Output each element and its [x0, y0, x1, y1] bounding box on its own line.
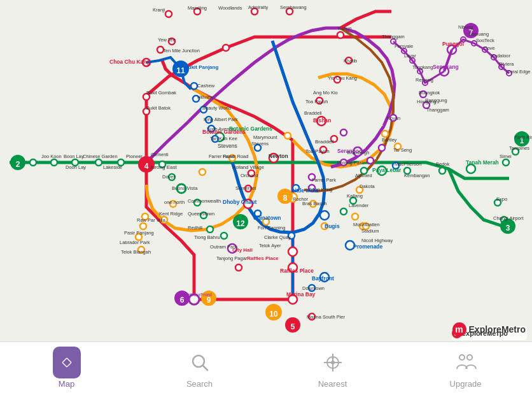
svg-text:Braddell: Braddell [315, 139, 334, 145]
svg-point-3 [51, 159, 57, 166]
svg-text:Yew Tee: Yew Tee [158, 37, 176, 43]
svg-point-72 [340, 208, 347, 215]
svg-text:Stevens: Stevens [218, 143, 237, 149]
svg-text:Cove: Cove [484, 45, 495, 51]
svg-text:Jurong East: Jurong East [150, 164, 177, 170]
svg-text:Botanic Gardens: Botanic Gardens [229, 126, 272, 132]
svg-text:Farrer Road: Farrer Road [209, 154, 234, 159]
svg-point-2 [95, 159, 102, 166]
bottom-nav: Map Search Nearest [0, 341, 532, 395]
svg-point-271 [72, 366, 74, 368]
svg-text:Marina South Pier: Marina South Pier [307, 314, 346, 320]
svg-text:Hillview: Hillview [197, 94, 214, 100]
svg-point-37 [235, 264, 242, 271]
svg-text:Nicoll Highway: Nicoll Highway [361, 238, 393, 243]
svg-text:Tanjong Pagar: Tanjong Pagar [216, 255, 248, 261]
svg-text:Boon Lay: Boon Lay [64, 154, 84, 159]
svg-text:Bishan: Bishan [313, 117, 331, 124]
svg-text:Bayfront: Bayfront [312, 275, 334, 282]
svg-text:Kovan: Kovan [387, 115, 400, 121]
svg-point-53 [503, 159, 509, 166]
map-area[interactable]: 2 4 6 9 5 10 8 12 11 1 3 7 [0, 0, 532, 341]
svg-point-279 [459, 355, 465, 360]
svg-text:Layar: Layar [404, 53, 416, 59]
svg-text:2: 2 [16, 160, 20, 169]
svg-text:Bukit Batok: Bukit Batok [146, 105, 171, 111]
map-icon [53, 348, 81, 377]
nearest-icon [319, 348, 347, 377]
svg-text:Khatib: Khatib [344, 58, 357, 64]
svg-text:Pasir Panjang: Pasir Panjang [124, 230, 154, 236]
search-icon [186, 348, 214, 377]
svg-text:Raffles Place: Raffles Place [280, 268, 314, 274]
svg-text:Mountbatten: Mountbatten [353, 222, 380, 227]
svg-point-107 [140, 223, 146, 229]
svg-text:Paya Lebar: Paya Lebar [372, 167, 402, 173]
svg-point-269 [65, 361, 68, 364]
svg-point-7 [223, 45, 229, 51]
svg-text:Toa Payoh: Toa Payoh [305, 99, 328, 104]
svg-point-41 [284, 133, 291, 139]
svg-point-52 [466, 164, 475, 173]
nav-item-upgrade[interactable]: Upgrade [409, 348, 523, 389]
svg-text:Bartley: Bartley [382, 137, 397, 143]
svg-text:Samuang: Samuang [468, 31, 489, 37]
svg-line-273 [202, 366, 207, 371]
svg-text:Thanggam: Thanggam [426, 107, 449, 113]
svg-text:Beauty World: Beauty World [202, 105, 231, 111]
svg-text:Yishun: Yishun [337, 25, 352, 31]
svg-text:Expo: Expo [496, 196, 507, 202]
svg-point-24 [288, 247, 297, 256]
svg-text:Dhoby Ghaut: Dhoby Ghaut [223, 199, 257, 205]
svg-text:Downtown: Downtown [302, 285, 325, 291]
logo-icon: m [452, 322, 466, 336]
svg-text:Sengkang: Sengkang [433, 64, 459, 70]
svg-text:Thanggam: Thanggam [382, 34, 405, 40]
svg-text:Bukit Panjang: Bukit Panjang [185, 64, 218, 70]
svg-text:Doon Lay: Doon Lay [66, 164, 86, 170]
svg-text:Tan Kah Kee: Tan Kah Kee [210, 136, 237, 141]
svg-text:one-north: one-north [164, 199, 185, 205]
svg-text:10: 10 [269, 310, 278, 319]
svg-text:Tai Seng: Tai Seng [393, 147, 412, 153]
svg-text:Marsiling: Marsiling [188, 5, 207, 11]
svg-point-85 [191, 83, 197, 89]
svg-text:Stadium: Stadium [361, 228, 379, 234]
svg-text:Labrador Park: Labrador Park [120, 240, 150, 245]
svg-text:Commonwealth: Commonwealth [188, 198, 221, 204]
svg-text:Toa Payoh: Toa Payoh [305, 148, 330, 154]
svg-text:Potong Pasir: Potong Pasir [337, 160, 365, 166]
svg-text:Punggol: Punggol [442, 41, 464, 47]
svg-text:Boon Keng: Boon Keng [309, 187, 332, 192]
svg-text:Marina Bay: Marina Bay [286, 291, 316, 298]
nav-label-nearest: Nearest [318, 379, 347, 389]
svg-text:Aljunied: Aljunied [355, 173, 372, 178]
svg-text:Kadaloor: Kadaloor [491, 53, 511, 59]
nav-label-upgrade: Upgrade [450, 379, 482, 389]
svg-text:Ten Mile Junction: Ten Mile Junction [163, 48, 200, 54]
svg-text:Kent Ridge: Kent Ridge [159, 211, 183, 217]
svg-text:Yio Chu Kang: Yio Chu Kang [328, 75, 357, 81]
svg-point-60 [379, 145, 385, 151]
svg-text:Admiralty: Admiralty [248, 4, 269, 10]
svg-text:Tanah Merah: Tanah Merah [466, 159, 499, 166]
nav-item-map[interactable]: Map [10, 348, 124, 389]
svg-text:Simei: Simei [500, 154, 512, 159]
svg-text:Cashew: Cashew [197, 83, 215, 89]
svg-text:Ranggung: Ranggung [425, 97, 447, 103]
svg-text:Coral Edge: Coral Edge [507, 69, 531, 75]
svg-text:Telok Blangah: Telok Blangah [121, 249, 151, 255]
nav-item-nearest[interactable]: Nearest [276, 348, 390, 389]
svg-text:Clementi: Clementi [151, 152, 169, 157]
svg-point-64 [382, 131, 388, 137]
svg-text:Somerset: Somerset [235, 185, 256, 191]
svg-text:Promenade: Promenade [353, 243, 383, 250]
svg-text:Lakeside: Lakeside [103, 164, 122, 170]
svg-text:Buona Vista: Buona Vista [172, 185, 198, 191]
svg-text:Braddell: Braddell [304, 110, 322, 116]
nav-item-search[interactable]: Search [143, 348, 257, 389]
svg-text:Holland Village: Holland Village [232, 164, 264, 170]
nav-label-search: Search [186, 379, 213, 389]
svg-text:Pasir Ris: Pasir Ris [514, 134, 532, 140]
svg-text:Woodlands: Woodlands [218, 5, 242, 11]
